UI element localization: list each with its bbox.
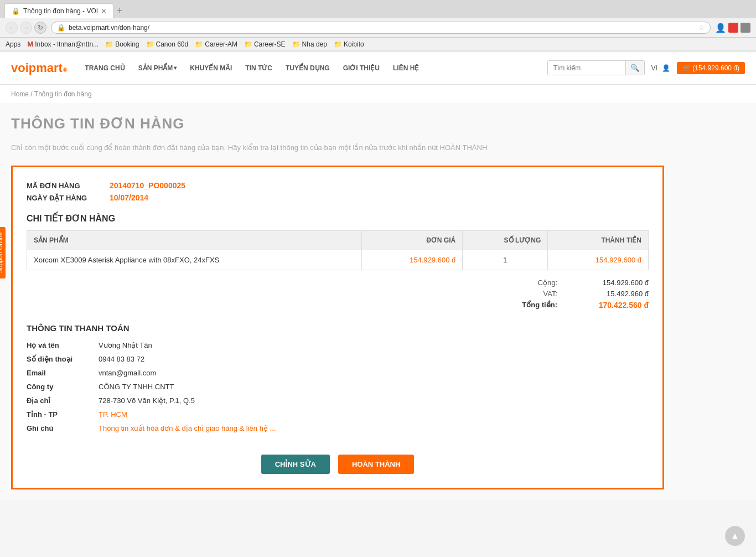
order-id-label: MÃ ĐƠN HÀNG xyxy=(27,182,110,190)
order-box: MÃ ĐƠN HÀNG 20140710_PO000025 NGÀY ĐẶT H… xyxy=(11,166,664,489)
summary-cong-value: 154.929.600 đ xyxy=(566,278,649,287)
order-date-value: 10/07/2014 xyxy=(110,193,148,202)
summary-total-label: Tổng tiền: xyxy=(499,301,566,310)
tab-bar: 🔒 Thông tin đơn hàng - VOI ✕ + xyxy=(0,0,756,18)
nav-trang-chu[interactable]: TRANG CHỦ xyxy=(78,51,131,85)
action-area: CHỈNH SỬA HOÀN THÀNH xyxy=(27,446,649,474)
cart-total: (154.929.600 đ) xyxy=(692,64,739,72)
product-name: Xorcom XE3009 Asterisk Appliance with 08… xyxy=(27,250,362,270)
browser-action-icons: 👤 xyxy=(715,23,750,33)
browser-action-gray xyxy=(741,23,750,33)
payment-row-label: Tỉnh - TP xyxy=(27,410,99,419)
tab-close-button[interactable]: ✕ xyxy=(101,8,106,15)
table-header-row: SẢN PHẨM ĐƠN GIÁ SỐ LƯỢNG THÀNH TIỀN xyxy=(27,231,649,250)
dropdown-arrow-icon: ▾ xyxy=(174,51,177,85)
language-selector[interactable]: VI xyxy=(651,64,657,72)
breadcrumb-current: Thông tin đơn hàng xyxy=(34,90,92,98)
payment-row: Ghi chú Thông tin xuất hóa đơn & địa chỉ… xyxy=(27,424,649,432)
payment-row-value: 0944 83 83 72 xyxy=(99,355,144,363)
payment-row-value: TP. HCM xyxy=(99,410,127,419)
bookmarks-bar: Apps M Inbox - ltnhan@nttn... 📁 Booking … xyxy=(0,38,756,51)
folder-icon-booking: 📁 xyxy=(105,40,113,48)
breadcrumb: Home / Thông tin đơn hàng xyxy=(11,90,745,98)
bookmark-inbox[interactable]: M Inbox - ltnhan@nttn... xyxy=(27,40,99,48)
browser-action-red xyxy=(728,23,738,33)
url-text: beta.voipmart.vn/don-hang/ xyxy=(69,24,695,32)
payment-row-value: Thông tin xuất hóa đơn & địa chỉ giao hà… xyxy=(99,424,276,432)
summary-total-value: 170.422.560 đ xyxy=(566,301,649,310)
col-don-gia: ĐƠN GIÁ xyxy=(362,231,463,250)
bookmark-inbox-label: Inbox - ltnhan@nttn... xyxy=(35,40,99,48)
page-title: THÔNG TIN ĐƠN HÀNG xyxy=(11,115,745,132)
edit-button[interactable]: CHỈNH SỬA xyxy=(261,455,330,474)
bookmark-star-icon[interactable]: ☆ xyxy=(698,24,705,32)
payment-row-label: Ghi chú xyxy=(27,424,99,432)
profile-icon: 👤 xyxy=(715,23,726,33)
payment-row-label: Email xyxy=(27,369,99,377)
payment-row: Email vntan@gmail.com xyxy=(27,369,649,377)
browser-chrome: 🔒 Thông tin đơn hàng - VOI ✕ + ← → ↻ 🔒 b… xyxy=(0,0,756,51)
new-tab-button[interactable]: + xyxy=(117,5,123,17)
folder-icon-nha-dep: 📁 xyxy=(292,40,301,48)
search-input[interactable] xyxy=(548,61,625,75)
folder-icon-career-am: 📁 xyxy=(195,40,203,48)
lock-icon: 🔒 xyxy=(57,24,65,32)
bookmark-nha-dep[interactable]: 📁 Nha dep xyxy=(292,40,327,48)
bookmark-koibito[interactable]: 📁 Koibito xyxy=(334,40,364,48)
nav-khuyen-mai[interactable]: KHUYẾN MÃI xyxy=(183,51,239,85)
nav-tuyen-dung[interactable]: TUYỂN DỤNG xyxy=(279,51,336,85)
summary-table: Cộng: 154.929.600 đ VAT: 15.492.960 đ Tổ… xyxy=(307,278,649,312)
product-price: 154.929.600 đ xyxy=(362,250,463,270)
payment-row-value: vntan@gmail.com xyxy=(99,369,156,377)
active-tab[interactable]: 🔒 Thông tin đơn hàng - VOI ✕ xyxy=(4,3,113,18)
nav-gioi-thieu[interactable]: GIỚI THIỆU xyxy=(336,51,386,85)
payment-row: Tỉnh - TP TP. HCM xyxy=(27,410,649,419)
bookmark-nha-dep-label: Nha dep xyxy=(302,40,327,48)
apps-label[interactable]: Apps xyxy=(6,40,20,48)
gmail-icon: M xyxy=(27,40,33,48)
summary-vat-value: 15.492.960 đ xyxy=(566,290,649,298)
folder-icon-koibito: 📁 xyxy=(334,40,342,48)
site-logo[interactable]: voipmart® xyxy=(11,61,67,75)
folder-icon-career-se: 📁 xyxy=(244,40,252,48)
payment-row-label: Họ và tên xyxy=(27,341,99,349)
header-right: 🔍 VI 👤 🛒 (154.929.600 đ) xyxy=(547,60,745,75)
cart-info[interactable]: 🛒 (154.929.600 đ) xyxy=(677,62,745,74)
payment-row: Công ty CÔNG TY TNHH CNTT xyxy=(27,383,649,391)
nav-san-pham[interactable]: SẢN PHẨM ▾ xyxy=(132,51,184,85)
payment-row-label: Công ty xyxy=(27,383,99,391)
main-navigation: TRANG CHỦ SẢN PHẨM ▾ KHUYẾN MÃI TIN TỨC … xyxy=(78,51,426,85)
folder-icon-canon60d: 📁 xyxy=(146,40,154,48)
order-table: SẢN PHẨM ĐƠN GIÁ SỐ LƯỢNG THÀNH TIỀN Xor… xyxy=(27,230,649,270)
bookmark-booking[interactable]: 📁 Booking xyxy=(105,40,139,48)
payment-row-label: Số điện thoại xyxy=(27,355,99,363)
user-icon[interactable]: 👤 xyxy=(662,64,670,72)
tab-title: Thông tin đơn hàng - VOI xyxy=(23,7,98,15)
breadcrumb-area: Home / Thông tin đơn hàng xyxy=(0,85,756,104)
search-box: 🔍 xyxy=(547,60,645,75)
bookmark-canon60d[interactable]: 📁 Canon 60d xyxy=(146,40,189,48)
payment-row: Họ và tên Vương Nhật Tân xyxy=(27,341,649,349)
bookmark-canon60d-label: Canon 60d xyxy=(156,40,189,48)
complete-button[interactable]: HOÀN THÀNH xyxy=(338,455,414,474)
bookmark-career-am-label: Career-AM xyxy=(205,40,237,48)
nav-lien-he[interactable]: LIÊN HỆ xyxy=(386,51,426,85)
back-button[interactable]: ← xyxy=(6,22,18,34)
payment-row-value: Vương Nhật Tân xyxy=(99,341,152,349)
refresh-button[interactable]: ↻ xyxy=(34,22,46,34)
search-button[interactable]: 🔍 xyxy=(625,61,644,75)
bookmark-career-se[interactable]: 📁 Career-SE xyxy=(244,40,286,48)
bookmark-career-se-label: Career-SE xyxy=(254,40,286,48)
nav-tin-tuc[interactable]: TIN TỨC xyxy=(239,51,279,85)
url-box[interactable]: 🔒 beta.voipmart.vn/don-hang/ ☆ xyxy=(51,22,711,34)
bookmark-career-am[interactable]: 📁 Career-AM xyxy=(195,40,237,48)
table-row: Xorcom XE3009 Asterisk Appliance with 08… xyxy=(27,250,649,270)
lang-user-area: VI 👤 xyxy=(651,64,670,72)
search-icon: 🔍 xyxy=(630,64,640,72)
summary-area: Cộng: 154.929.600 đ VAT: 15.492.960 đ Tổ… xyxy=(27,278,649,312)
breadcrumb-home[interactable]: Home xyxy=(11,90,29,98)
support-online-tab[interactable]: Support Online xyxy=(0,227,6,278)
forward-button[interactable]: → xyxy=(20,22,32,34)
payment-row: Số điện thoại 0944 83 83 72 xyxy=(27,355,649,363)
address-bar: ← → ↻ 🔒 beta.voipmart.vn/don-hang/ ☆ 👤 xyxy=(0,18,756,38)
